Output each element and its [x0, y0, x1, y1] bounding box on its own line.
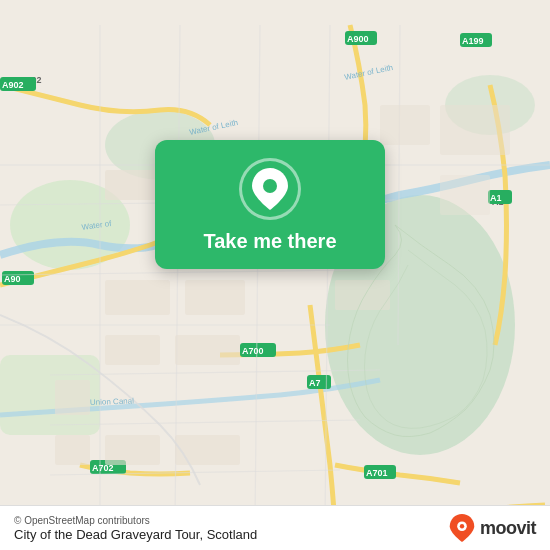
map-background: A902 A90 A900 A1 A7 A700 A701 A702 A6095…	[0, 0, 550, 550]
svg-rect-51	[185, 280, 245, 315]
svg-text:A700: A700	[242, 346, 264, 356]
place-name-label: City of the Dead Graveyard Tour, Scotlan…	[14, 527, 257, 542]
svg-rect-60	[440, 105, 510, 155]
map-container: A902 A90 A900 A1 A7 A700 A701 A702 A6095…	[0, 0, 550, 550]
svg-rect-56	[105, 435, 160, 465]
moovit-icon	[448, 514, 476, 542]
moovit-logo: moovit	[448, 514, 536, 542]
svg-text:A900: A900	[347, 34, 369, 44]
bottom-info: © OpenStreetMap contributors City of the…	[14, 515, 257, 542]
location-pin-icon	[239, 158, 301, 220]
svg-point-66	[263, 179, 277, 193]
svg-text:A701: A701	[366, 468, 388, 478]
svg-rect-61	[440, 175, 490, 215]
moovit-brand-text: moovit	[480, 518, 536, 539]
svg-rect-54	[175, 335, 240, 365]
svg-rect-53	[105, 335, 160, 365]
svg-text:A1: A1	[490, 193, 502, 203]
svg-rect-55	[55, 435, 90, 465]
svg-rect-58	[335, 280, 390, 310]
svg-text:A199: A199	[462, 36, 484, 46]
svg-rect-52	[55, 380, 90, 415]
bottom-bar: © OpenStreetMap contributors City of the…	[0, 505, 550, 550]
svg-point-68	[460, 524, 464, 528]
cta-card[interactable]: Take me there	[155, 140, 385, 269]
svg-text:A7: A7	[309, 378, 321, 388]
svg-rect-50	[105, 280, 170, 315]
svg-rect-59	[380, 105, 430, 145]
svg-text:A902: A902	[2, 80, 24, 90]
svg-rect-57	[175, 435, 240, 465]
svg-text:Union Canal: Union Canal	[90, 396, 135, 407]
take-me-there-button[interactable]: Take me there	[203, 230, 336, 253]
osm-attribution: © OpenStreetMap contributors	[14, 515, 257, 526]
